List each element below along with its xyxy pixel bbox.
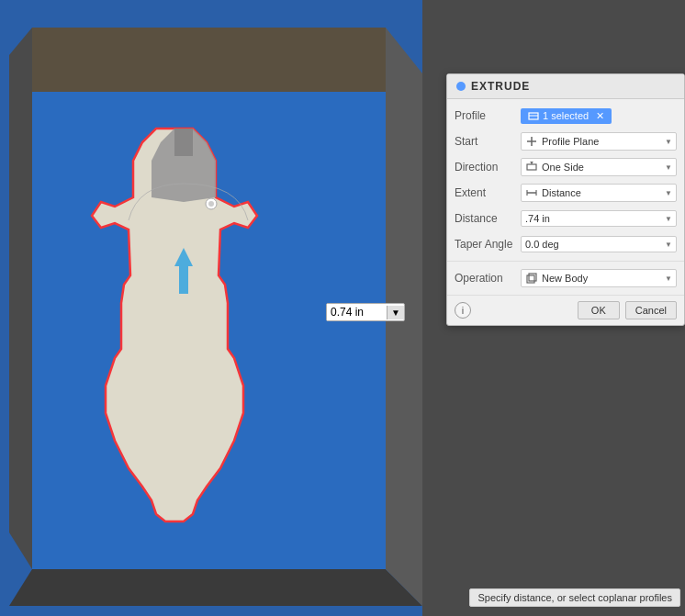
distance-control: .74 in ▼ [521,210,677,227]
start-row: Start Profile Plane ▼ [447,129,684,154]
operation-label: Operation [455,272,521,285]
operation-icon-area [525,272,538,285]
extent-dropdown[interactable]: Distance ▼ [521,184,677,202]
start-arrow-icon: ▼ [665,138,672,146]
distance-overlay[interactable]: 0.74 in ▼ [326,303,405,321]
info-button[interactable]: i [455,302,471,319]
profile-label: Profile [455,109,521,122]
direction-icon-area [525,161,538,174]
profile-row: Profile 1 selected ✕ [447,103,684,129]
svg-marker-4 [9,569,422,606]
start-value: Profile Plane [542,136,665,147]
3d-viewport[interactable]: 0.74 in ▼ [0,0,422,616]
taper-angle-row: Taper Angle 0.0 deg ▼ [447,231,684,257]
distance-row: Distance .74 in ▼ [447,206,684,231]
operation-row: Operation New Body ▼ [447,265,684,291]
direction-control: One Side ▼ [521,158,677,176]
status-text: Specify distance, or select coplanar pro… [477,592,672,603]
status-bar: Specify distance, or select coplanar pro… [469,588,680,607]
distance-input[interactable]: 0.74 in [327,304,387,320]
distance-value: .74 in [525,213,665,224]
extent-control: Distance ▼ [521,184,677,202]
taper-angle-value: 0.0 deg [525,239,665,250]
extrude-panel: EXTRUDE Profile 1 selected ✕ Start [446,73,685,326]
distance-dropdown-btn[interactable]: ▼ [387,306,404,319]
profile-plane-icon [525,135,538,148]
profile-badge[interactable]: 1 selected ✕ [521,108,612,124]
operation-control: New Body ▼ [521,269,677,287]
svg-marker-5 [386,73,422,606]
operation-arrow-icon: ▼ [665,274,672,283]
direction-label: Direction [455,161,521,174]
start-control: Profile Plane ▼ [521,132,677,151]
distance-icon [525,186,538,199]
new-body-icon [525,272,538,285]
svg-rect-10 [174,129,193,156]
taper-angle-control: 0.0 deg ▼ [521,236,677,252]
info-icon: i [462,305,464,316]
direction-row: Direction One Side ▼ [447,154,684,180]
direction-arrow-icon: ▼ [665,163,672,172]
svg-marker-17 [530,162,533,163]
panel-header: EXTRUDE [447,74,684,99]
panel-body: Profile 1 selected ✕ Start [447,99,684,295]
svg-rect-22 [529,274,536,281]
profile-icon [528,110,539,121]
distance-field[interactable]: .74 in ▼ [521,210,677,227]
svg-marker-2 [9,28,32,569]
extent-icon-area [525,186,538,199]
distance-arrow-icon: ▼ [665,215,672,223]
start-icon-area [525,135,538,148]
cancel-button[interactable]: Cancel [625,301,677,319]
panel-header-dot [456,82,466,91]
profile-badge-text: 1 selected [543,110,589,121]
svg-rect-21 [527,275,534,283]
taper-angle-field[interactable]: 0.0 deg ▼ [521,236,677,252]
profile-control: 1 selected ✕ [521,108,677,124]
extent-label: Extent [455,186,521,199]
profile-clear-btn[interactable]: ✕ [596,110,604,122]
one-side-icon [525,161,538,174]
panel-footer: i OK Cancel [447,295,684,325]
svg-point-9 [208,201,214,207]
extent-arrow-icon: ▼ [665,189,672,197]
extent-value: Distance [542,187,665,198]
operation-value: New Body [542,273,665,284]
extent-row: Extent Distance ▼ [447,180,684,206]
direction-dropdown[interactable]: One Side ▼ [521,158,677,176]
direction-value: One Side [542,162,665,173]
taper-angle-label: Taper Angle [455,238,521,251]
panel-divider [447,261,684,262]
start-dropdown[interactable]: Profile Plane ▼ [521,132,677,151]
svg-rect-15 [527,164,536,170]
ok-button[interactable]: OK [578,301,620,319]
distance-label: Distance [455,212,521,225]
operation-dropdown[interactable]: New Body ▼ [521,269,677,287]
panel-title: EXTRUDE [471,80,530,93]
start-label: Start [455,135,521,148]
taper-angle-arrow-icon: ▼ [665,241,672,249]
svg-rect-6 [32,28,386,92]
